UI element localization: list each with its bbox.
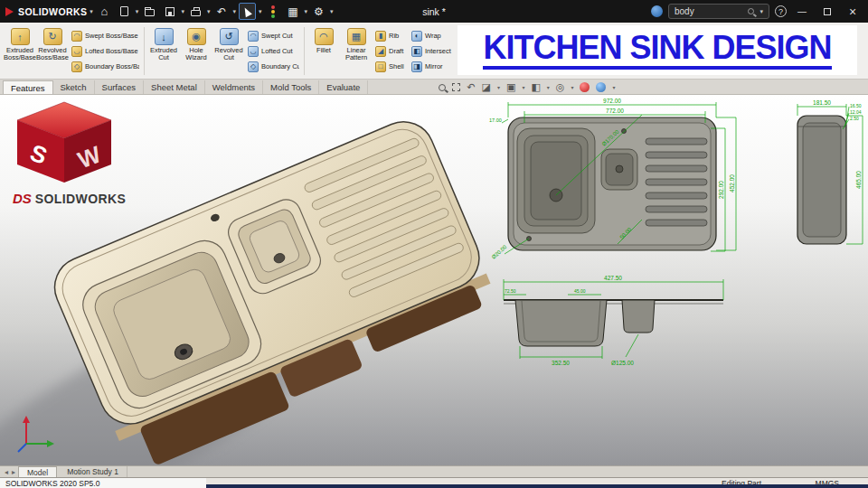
- apply-scene-icon[interactable]: [596, 82, 606, 92]
- login-icon[interactable]: [651, 5, 663, 17]
- save-icon: [165, 7, 175, 16]
- minimize-button[interactable]: [792, 3, 812, 20]
- tab-evaluate[interactable]: Evaluate: [319, 80, 368, 94]
- display-style-caret-icon[interactable]: [547, 84, 550, 90]
- zoom-to-fit-icon[interactable]: [439, 84, 446, 91]
- options-caret-icon[interactable]: [330, 8, 334, 15]
- extruded-boss-button[interactable]: Extruded Boss/Base: [4, 25, 36, 77]
- search-icon[interactable]: [748, 8, 754, 14]
- apply-scene-caret-icon[interactable]: [612, 84, 615, 90]
- swept-boss-button[interactable]: Swept Boss/Base: [71, 29, 139, 43]
- section-view-caret-icon[interactable]: [497, 84, 500, 90]
- restore-icon: [824, 8, 831, 15]
- boundary-cut-label: Boundary Cut: [261, 62, 299, 70]
- select-caret-icon[interactable]: [259, 8, 262, 15]
- tab-sketch[interactable]: Sketch: [53, 80, 95, 94]
- titlebar-left-tools: SOLIDWORKS: [5, 3, 333, 20]
- view-orientation-caret-icon[interactable]: [522, 84, 524, 90]
- status-bar: SOLIDWORKS 2020 SP5.0 Editing Part MMGS: [0, 477, 868, 488]
- rebuild-button[interactable]: [264, 3, 281, 20]
- display-style-icon[interactable]: ◧: [531, 81, 540, 93]
- triad-z-axis: [18, 444, 26, 452]
- fillet-button[interactable]: Fillet: [307, 25, 340, 77]
- zoom-area-icon[interactable]: [452, 83, 460, 91]
- wrap-button[interactable]: Wrap: [410, 29, 454, 43]
- boundary-boss-label: Boundary Boss/Base: [85, 62, 139, 70]
- hide-show-caret-icon[interactable]: [571, 84, 573, 90]
- search-caret-icon[interactable]: [760, 8, 763, 15]
- previous-view-icon[interactable]: ↶: [467, 81, 475, 93]
- dim-plan-inner-width: 772.00: [606, 108, 624, 114]
- plan-tap-hole: [622, 129, 627, 134]
- hole-wizard-button[interactable]: Hole Wizard: [180, 25, 212, 77]
- boundary-boss-button[interactable]: Boundary Boss/Base: [71, 60, 139, 74]
- sink-3d-model[interactable]: [45, 112, 506, 465]
- open-button[interactable]: [141, 3, 158, 20]
- file-properties-caret-icon[interactable]: [304, 8, 307, 15]
- draft-button[interactable]: Draft: [374, 44, 407, 59]
- linear-pattern-label: Linear Pattern: [340, 47, 373, 62]
- dim-plan-overall-width: 972.00: [603, 98, 621, 104]
- tab-mold-tools[interactable]: Mold Tools: [263, 80, 319, 94]
- select-tool-button[interactable]: [239, 3, 256, 20]
- swept-cut-button[interactable]: Swept Cut: [247, 29, 299, 43]
- new-document-button[interactable]: [116, 3, 133, 20]
- doc-tabs-scroll-right-icon[interactable]: ▸: [11, 468, 16, 476]
- home-button[interactable]: [96, 3, 113, 20]
- view-orientation-icon[interactable]: ▣: [506, 81, 515, 93]
- search-box[interactable]: body: [668, 4, 769, 19]
- ribbon-group-cut: Extruded Cut Hole Wizard Revolved Cut Sw…: [146, 24, 303, 78]
- mirror-button[interactable]: Mirror: [410, 60, 454, 74]
- boundary-cut-button[interactable]: Boundary Cut: [247, 60, 299, 74]
- titlebar: SOLIDWORKS sink * body: [0, 0, 868, 23]
- save-button[interactable]: [161, 3, 178, 20]
- new-document-caret-icon[interactable]: [136, 8, 139, 15]
- edit-appearance-icon[interactable]: [580, 82, 590, 92]
- lofted-cut-button[interactable]: Lofted Cut: [247, 44, 299, 59]
- shell-button[interactable]: Shell: [374, 60, 407, 74]
- restore-button[interactable]: [817, 3, 837, 20]
- draft-label: Draft: [389, 47, 403, 55]
- revolved-cut-label: Revolved Cut: [212, 47, 245, 62]
- section-view-icon[interactable]: ◪: [482, 81, 491, 93]
- tab-weldments[interactable]: Weldments: [205, 80, 263, 94]
- rib-button[interactable]: Rib: [374, 29, 407, 43]
- search-value[interactable]: body: [675, 6, 742, 16]
- undo-caret-icon[interactable]: [232, 8, 236, 15]
- pattern-stack: Wrap Intersect Mirror: [409, 25, 456, 77]
- dim-side-rim2: 12.04: [850, 109, 862, 115]
- tab-sheet-metal[interactable]: Sheet Metal: [144, 80, 205, 94]
- doc-tabs-scroll-left-icon[interactable]: ◂: [4, 468, 9, 476]
- hide-show-items-icon[interactable]: ◎: [556, 81, 565, 93]
- linear-pattern-button[interactable]: Linear Pattern: [340, 25, 373, 77]
- extruded-cut-button[interactable]: Extruded Cut: [147, 25, 180, 77]
- file-properties-button[interactable]: [284, 3, 301, 20]
- dim-plan-flange: 17.00: [489, 117, 502, 123]
- save-caret-icon[interactable]: [181, 8, 184, 15]
- dim-plan-hole-diameter: Ø20.00: [491, 244, 508, 260]
- revolved-cut-button[interactable]: Revolved Cut: [212, 25, 245, 77]
- select-arrow-icon: [242, 5, 253, 17]
- print-button[interactable]: [187, 3, 204, 20]
- revolved-boss-button[interactable]: Revolved Boss/Base: [36, 25, 69, 77]
- print-caret-icon[interactable]: [207, 8, 211, 15]
- close-button[interactable]: [843, 3, 863, 20]
- fillet-label: Fillet: [307, 47, 340, 54]
- wrap-icon: [411, 31, 422, 42]
- graphics-viewport[interactable]: S W DS SOLIDWORKS: [0, 95, 868, 465]
- lofted-cut-icon: [248, 46, 259, 57]
- tab-model[interactable]: Model: [18, 466, 57, 477]
- brand-caret-icon[interactable]: [90, 8, 93, 15]
- boundary-boss-icon: [71, 61, 82, 72]
- sink-3d-canvas[interactable]: [0, 95, 524, 465]
- lofted-boss-button[interactable]: Lofted Boss/Base: [71, 44, 139, 59]
- undo-button[interactable]: [212, 3, 230, 20]
- banner-text: KITCHEN SINK DESIGN: [483, 31, 831, 70]
- command-tab-strip: Features Sketch Surfaces Sheet Metal Wel…: [0, 80, 868, 95]
- tab-surfaces[interactable]: Surfaces: [95, 80, 145, 94]
- intersect-button[interactable]: Intersect: [410, 44, 454, 59]
- tab-motion-study[interactable]: Motion Study 1: [59, 466, 127, 477]
- help-button[interactable]: [775, 5, 787, 17]
- options-button[interactable]: [310, 3, 327, 20]
- tab-features[interactable]: Features: [3, 80, 53, 94]
